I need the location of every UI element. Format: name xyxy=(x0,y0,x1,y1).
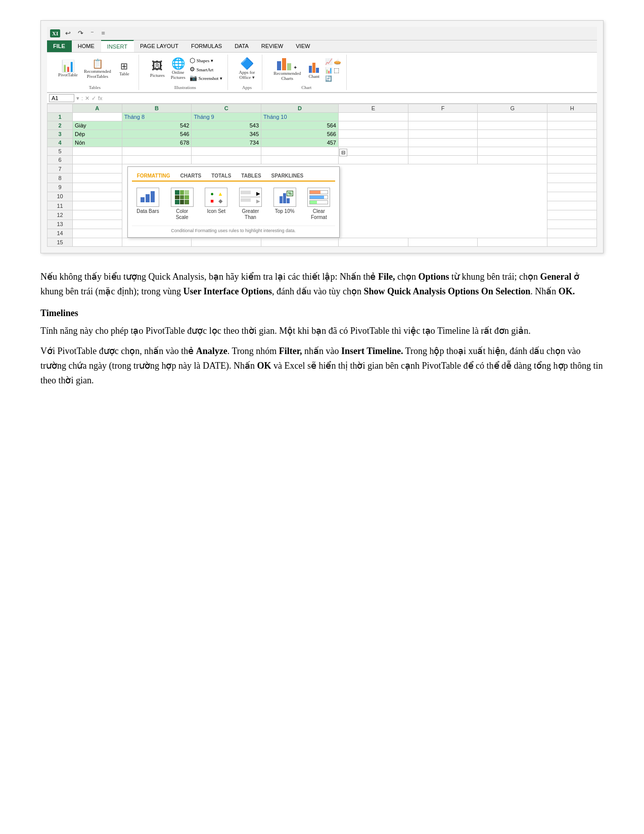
cell-d1[interactable]: Tháng 10 xyxy=(261,113,339,121)
cell-h6[interactable] xyxy=(547,156,597,164)
cell-h5[interactable] xyxy=(547,147,597,156)
cell-c5[interactable] xyxy=(192,147,261,156)
apps-for-office-button[interactable]: 🔷 Apps forOffice ▾ xyxy=(237,57,257,81)
qa-tab-sparklines[interactable]: SPARKLINES xyxy=(266,171,309,181)
table-button[interactable]: ⊞ Table xyxy=(115,61,133,78)
tab-file[interactable]: FILE xyxy=(47,40,72,52)
cell-f6[interactable] xyxy=(408,156,478,164)
cell-c6[interactable] xyxy=(192,156,261,164)
recommended-charts-button[interactable]: ✦ RecommendedCharts xyxy=(271,56,303,82)
cell-f15[interactable] xyxy=(408,238,478,247)
cell-a13[interactable] xyxy=(73,220,122,229)
formula-input[interactable] xyxy=(105,95,595,101)
cell-d3[interactable]: 566 xyxy=(261,130,339,139)
cell-h7[interactable] xyxy=(547,164,597,173)
screenshot-button[interactable]: 📷 Screenshot ▾ xyxy=(190,74,222,82)
cell-c2[interactable]: 543 xyxy=(192,121,261,130)
cell-d5[interactable]: ⊟ xyxy=(261,147,339,156)
cell-f1[interactable] xyxy=(408,113,478,121)
cell-f5[interactable] xyxy=(408,147,478,156)
qa-tab-tables[interactable]: TABLES xyxy=(236,171,266,181)
cell-a12[interactable] xyxy=(73,210,122,220)
col-header-c[interactable]: C xyxy=(192,104,261,113)
cell-e15[interactable] xyxy=(338,238,408,247)
cell-d2[interactable]: 564 xyxy=(261,121,339,130)
formula-cancel[interactable]: ✕ xyxy=(85,95,89,102)
shapes-button[interactable]: ⬡ Shapes ▾ xyxy=(190,57,222,65)
col-header-e[interactable]: E xyxy=(338,104,408,113)
title-redo[interactable]: ↷ xyxy=(76,28,85,38)
cell-g6[interactable] xyxy=(478,156,547,164)
qa-item-greaterthan[interactable]: ▶ ▶ GreaterThan xyxy=(237,188,265,221)
quick-analysis-icon[interactable]: ⊟ xyxy=(339,149,347,156)
qa-item-iconset[interactable]: ●▲ ■◆ Icon Set xyxy=(202,188,231,214)
cell-a7[interactable] xyxy=(73,164,122,173)
qa-item-colorscale[interactable]: ColorScale xyxy=(168,188,196,221)
cell-h14[interactable] xyxy=(547,229,597,238)
cell-h2[interactable] xyxy=(547,121,597,130)
tab-insert[interactable]: INSERT xyxy=(101,40,134,52)
cell-e4[interactable] xyxy=(338,139,408,147)
cell-h3[interactable] xyxy=(547,130,597,139)
cell-g15[interactable] xyxy=(478,238,547,247)
chart-button[interactable]: Chant xyxy=(305,59,323,80)
cell-e1[interactable] xyxy=(338,113,408,121)
cell-f2[interactable] xyxy=(408,121,478,130)
cell-g1[interactable] xyxy=(478,113,547,121)
cell-b4[interactable]: 678 xyxy=(122,139,192,147)
cell-a9[interactable] xyxy=(73,183,122,192)
cell-g5[interactable] xyxy=(478,147,547,156)
formula-confirm[interactable]: ✓ xyxy=(91,95,96,102)
cell-f4[interactable] xyxy=(408,139,478,147)
tab-home[interactable]: HOME xyxy=(72,40,101,52)
cell-a6[interactable] xyxy=(73,156,122,164)
cell-d4[interactable]: 457 xyxy=(261,139,339,147)
cell-f3[interactable] xyxy=(408,130,478,139)
cell-a2[interactable]: Giày xyxy=(73,121,122,130)
cell-h15[interactable] xyxy=(547,238,597,247)
title-undo[interactable]: ↩ xyxy=(63,28,73,38)
cell-c4[interactable]: 734 xyxy=(192,139,261,147)
tab-view[interactable]: VIEW xyxy=(290,40,316,52)
qa-tab-charts[interactable]: CHARTS xyxy=(175,171,207,181)
cell-h1[interactable] xyxy=(547,113,597,121)
cell-e5[interactable] xyxy=(338,147,408,156)
cell-d15[interactable] xyxy=(261,238,339,247)
cell-a4[interactable]: Nón xyxy=(73,139,122,147)
cell-c3[interactable]: 345 xyxy=(192,130,261,139)
col-header-f[interactable]: F xyxy=(408,104,478,113)
cell-e2[interactable] xyxy=(338,121,408,130)
cell-reference[interactable]: A1 xyxy=(49,94,74,102)
cell-a14[interactable] xyxy=(73,229,122,238)
qa-tab-formatting[interactable]: FORMATTING xyxy=(132,171,175,182)
cell-a10[interactable] xyxy=(73,192,122,201)
cell-h4[interactable] xyxy=(547,139,597,147)
cell-h12[interactable] xyxy=(547,210,597,220)
col-header-d[interactable]: D xyxy=(261,104,339,113)
cell-b2[interactable]: 542 xyxy=(122,121,192,130)
qa-item-top10[interactable]: % Top 10% xyxy=(270,188,299,214)
qa-item-databars[interactable]: Data Bars xyxy=(134,188,162,214)
qa-tab-totals[interactable]: TOTALS xyxy=(206,171,236,181)
cell-d6[interactable] xyxy=(261,156,339,164)
bar-chart-icon[interactable]: 📊 xyxy=(325,67,333,74)
title-menu[interactable]: ≡ xyxy=(99,28,107,38)
pivottable-button[interactable]: 📊 PivotTable xyxy=(56,60,80,79)
cell-h8[interactable] xyxy=(547,173,597,183)
tab-data[interactable]: DATA xyxy=(228,40,255,52)
cell-g2[interactable] xyxy=(478,121,547,130)
online-pictures-button[interactable]: 🌐 OnlinePictures xyxy=(169,57,188,81)
cell-a3[interactable]: Dép xyxy=(73,130,122,139)
cell-c15[interactable] xyxy=(192,238,261,247)
cell-a5[interactable] xyxy=(73,147,122,156)
cell-e6[interactable] xyxy=(338,156,408,164)
cell-h13[interactable] xyxy=(547,220,597,229)
scatter-chart-icon[interactable]: ⬚ xyxy=(334,67,339,74)
tab-formulas[interactable]: FORMULAS xyxy=(185,40,228,52)
cell-b1[interactable]: Tháng 8 xyxy=(122,113,192,121)
smartart-button[interactable]: ⚙ SmartArt xyxy=(190,66,222,73)
cell-c1[interactable]: Tháng 9 xyxy=(192,113,261,121)
col-header-a[interactable]: A xyxy=(73,104,122,113)
cell-a15[interactable] xyxy=(73,238,122,247)
formula-dropdown[interactable]: ▾ xyxy=(76,95,79,102)
